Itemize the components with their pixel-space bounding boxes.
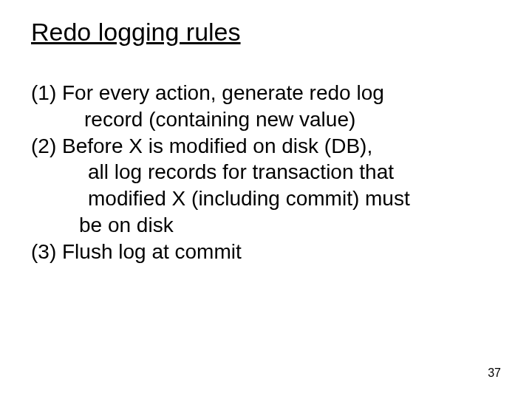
rule-2-line-2: all log records for transaction that xyxy=(31,159,489,185)
rule-3-text-1: Flush log at commit xyxy=(62,240,242,263)
rule-1-text-1: For every action, generate redo log xyxy=(62,81,384,104)
rule-3-line-1: (3) Flush log at commit xyxy=(31,239,489,265)
rule-2-marker: (2) xyxy=(31,134,62,157)
rule-3-marker: (3) xyxy=(31,240,62,263)
page-number: 37 xyxy=(488,366,501,380)
rule-1-line-2: record (containing new value) xyxy=(31,106,489,133)
rule-1-line-1: (1) For every action, generate redo log xyxy=(31,80,489,106)
slide-body: (1) For every action, generate redo log … xyxy=(31,80,489,265)
rule-2-line-3: modified X (including commit) must xyxy=(31,185,489,212)
rule-2-text-1: Before X is modified on disk (DB), xyxy=(62,134,372,157)
slide: Redo logging rules (1) For every action,… xyxy=(0,0,532,399)
rule-2-line-4: be on disk xyxy=(31,212,489,239)
rule-2-line-1: (2) Before X is modified on disk (DB), xyxy=(31,133,489,160)
slide-title: Redo logging rules xyxy=(31,18,241,47)
rule-1-marker: (1) xyxy=(31,81,62,104)
